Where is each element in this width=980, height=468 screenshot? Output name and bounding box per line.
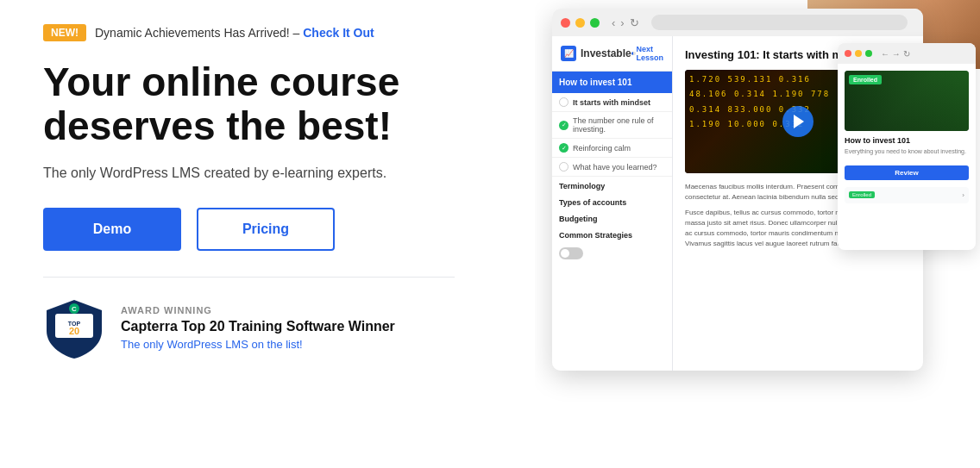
toggle-track bbox=[559, 247, 583, 259]
s-tl-yellow bbox=[855, 50, 862, 57]
browser-nav: ‹ › ↻ bbox=[612, 16, 639, 29]
check-icon-2: ✓ bbox=[559, 143, 569, 153]
sidebar-item-label: What have you learned? bbox=[573, 163, 657, 172]
new-badge: NEW! bbox=[43, 24, 86, 41]
sidebar-item-rule[interactable]: ✓ The number one rule of investing. bbox=[552, 112, 672, 139]
sidebar-section-strategies[interactable]: Common Strategies bbox=[552, 226, 672, 242]
s-tl-red bbox=[845, 50, 851, 57]
tl-yellow bbox=[575, 18, 585, 28]
forward-icon: › bbox=[620, 16, 624, 29]
sidebar-item-calm[interactable]: ✓ Reinforcing calm bbox=[552, 139, 672, 158]
enrolled-row: Enrolled › bbox=[849, 191, 964, 199]
announcement-bar: NEW! Dynamic Achievements Has Arrived! –… bbox=[43, 24, 500, 41]
check-icon-1: ✓ bbox=[559, 121, 569, 130]
play-icon bbox=[794, 115, 804, 128]
sidebar-section-terminology[interactable]: Terminology bbox=[552, 177, 672, 193]
sidebar-item-label: Reinforcing calm bbox=[573, 144, 631, 153]
divider bbox=[43, 277, 455, 278]
toggle-switch[interactable] bbox=[552, 242, 672, 265]
secondary-titlebar: ← → ↻ bbox=[838, 43, 976, 64]
announcement-text: Dynamic Achievements Has Arrived! – Chec… bbox=[95, 26, 374, 40]
tl-red bbox=[561, 18, 570, 28]
hero-title: Your online course deserves the best! bbox=[43, 60, 457, 147]
demo-preview: ‹ › ↻ 📈 Investable bbox=[535, 0, 980, 468]
lms-logo: 📈 Investable bbox=[561, 46, 631, 61]
lms-sidebar: 📈 Investable Next Lesson How to invest 1… bbox=[552, 36, 673, 371]
enrolled-card: Enrolled › bbox=[845, 187, 969, 203]
enrolled-label: Enrolled bbox=[849, 191, 875, 198]
secondary-nav: ← → ↻ bbox=[881, 49, 910, 59]
next-lesson-btn[interactable]: Next Lesson bbox=[636, 45, 663, 62]
browser-titlebar: ‹ › ↻ bbox=[552, 9, 923, 36]
svg-text:C: C bbox=[72, 305, 77, 313]
lms-progress-fill bbox=[631, 52, 634, 55]
lms-logo-icon: 📈 bbox=[561, 46, 576, 61]
active-dot-icon bbox=[559, 97, 569, 107]
card-course-desc: Everything you need to know about invest… bbox=[845, 147, 969, 156]
award-text: AWARD WINNING Capterra Top 20 Training S… bbox=[121, 305, 395, 351]
cta-buttons: Demo Pricing bbox=[43, 208, 500, 251]
sidebar-section-budgeting[interactable]: Budgeting bbox=[552, 209, 672, 226]
sidebar-item-label: It starts with mindset bbox=[573, 98, 650, 107]
award-subtitle: The only WordPress LMS on the list! bbox=[121, 338, 395, 351]
sidebar-section-accounts[interactable]: Types of accounts bbox=[552, 193, 672, 209]
award-label: AWARD WINNING bbox=[121, 305, 395, 315]
hero-subtitle: The only WordPress LMS created by e-lear… bbox=[43, 163, 423, 184]
pricing-button[interactable]: Pricing bbox=[197, 208, 335, 251]
s-tl-green bbox=[865, 50, 872, 57]
sidebar-item-label: The number one rule of investing. bbox=[573, 116, 665, 134]
svg-text:20: 20 bbox=[69, 326, 79, 336]
enrolled-arrow-icon: › bbox=[962, 191, 964, 199]
card-course-title: How to invest 101 bbox=[845, 136, 969, 145]
award-title: Capterra Top 20 Training Software Winner bbox=[121, 319, 395, 334]
lms-header: 📈 Investable Next Lesson bbox=[552, 36, 672, 72]
tl-green bbox=[590, 18, 600, 28]
award-section: TOP 20 C AWARD WINNING Capterra Top 20 T… bbox=[43, 296, 500, 359]
lms-brand-name: Investable bbox=[581, 47, 631, 59]
sidebar-item-learned[interactable]: What have you learned? bbox=[552, 158, 672, 177]
capterra-badge: TOP 20 C bbox=[43, 296, 105, 359]
url-bar bbox=[651, 15, 908, 30]
back-icon: ‹ bbox=[612, 16, 615, 29]
browser-secondary: ← → ↻ Enrolled How to invest 101 Everyth… bbox=[838, 43, 976, 250]
check-it-out-link[interactable]: Check It Out bbox=[303, 26, 374, 40]
review-button[interactable]: Review bbox=[845, 165, 969, 180]
secondary-content: Enrolled How to invest 101 Everything yo… bbox=[838, 64, 976, 210]
toggle-thumb bbox=[561, 249, 569, 258]
refresh-icon: ↻ bbox=[630, 16, 639, 29]
demo-button[interactable]: Demo bbox=[43, 208, 181, 251]
card-thumbnail: Enrolled bbox=[845, 71, 969, 131]
sidebar-item-mindset[interactable]: It starts with mindset bbox=[552, 93, 672, 112]
dot-icon-learned bbox=[559, 162, 569, 172]
sidebar-course-title: How to invest 101 bbox=[552, 72, 672, 93]
enrolled-badge: Enrolled bbox=[849, 75, 882, 84]
play-button[interactable] bbox=[782, 106, 814, 137]
